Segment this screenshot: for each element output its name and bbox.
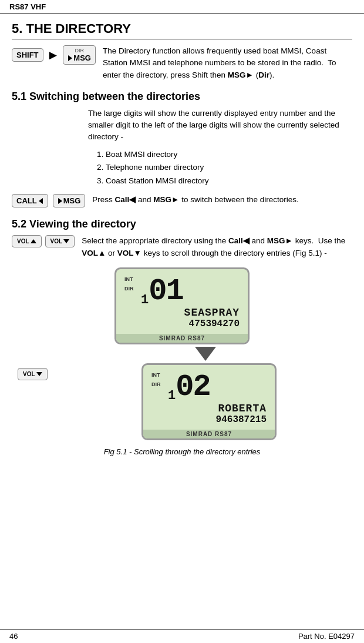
vol-down2-arrow-icon [36, 372, 42, 376]
vol-down-label: VOL [50, 238, 63, 245]
vol-down-button2[interactable]: VOL [18, 368, 48, 380]
section51-press-text: Press Call◀ and MSG► to switch between t… [92, 194, 352, 206]
display1-name: SEASPRAY [124, 307, 240, 319]
section51-heading: 5.1 Switching between the directories [12, 91, 352, 103]
display1-small-digit: 1 [141, 294, 149, 307]
section52-row: VOL VOL Select the appropriate directory… [12, 235, 352, 259]
section51: 5.1 Switching between the directories Th… [12, 91, 352, 208]
between-arrow-container [59, 347, 352, 361]
vol-down-display2-row: VOL INT DIR 1 [12, 363, 352, 440]
fig-caption: Fig 5.1 - Scrolling through the director… [12, 447, 352, 456]
section51-body: The large digits will show the currently… [88, 108, 352, 143]
vol-down2-label: VOL [23, 371, 35, 377]
section5-row: SHIFT ► DIR MSG The Directory fun [12, 45, 352, 81]
msg-button-5[interactable]: DIR MSG [63, 45, 96, 65]
page: RS87 VHF 5. THE DIRECTORY SHIFT ► DIR [0, 0, 364, 643]
header-title: RS87 VHF [9, 2, 46, 11]
shift-msg-group: SHIFT ► DIR MSG [12, 45, 96, 65]
list-item: Boat MMSI directory [106, 148, 352, 162]
call-label: CALL [16, 196, 43, 205]
display2-small-digit: 1 [168, 390, 176, 403]
section51-press-row: CALL MSG Press Call◀ and MS [12, 194, 352, 207]
section52-body-text: Select the appropriate directory using t… [82, 235, 352, 259]
msg-label-51: MSG [58, 196, 81, 205]
display2-brand: SIMRAD RS87 [143, 430, 275, 438]
list-item: Telephone number directory [106, 161, 352, 175]
list-item: Coast Station MMSI directory [106, 175, 352, 188]
footer: 46 Part No. E04297 [0, 629, 364, 643]
msg-arrow-icon [58, 198, 62, 204]
display1-brand: SIMRAD RS87 [116, 334, 248, 343]
down-arrow-icon [195, 347, 216, 361]
between-displays-row [12, 347, 352, 361]
vol-up-arrow-icon [31, 239, 36, 243]
section5-heading: 5. THE DIRECTORY [12, 21, 352, 39]
section5-buttons: SHIFT ► DIR MSG [12, 45, 96, 65]
msg-button-51[interactable]: MSG [53, 194, 86, 207]
display2-labels: INT DIR [151, 372, 168, 403]
msg-label: MSG [68, 53, 91, 62]
section52: 5.2 Viewing the directory VOL VOL [12, 218, 352, 456]
display2: INT DIR 1 02 ROBERTA 946387215 SIMRAD RS… [141, 363, 277, 440]
display1-dir-label: DIR [124, 286, 141, 292]
call-msg-group: CALL MSG [12, 194, 85, 207]
display1-number: 475394270 [124, 319, 240, 329]
display1-large-digits: 01 [149, 276, 183, 307]
display1-int-label: INT [124, 276, 141, 282]
display2-digits: 1 02 [168, 372, 267, 403]
section5-body: The Directory function allows frequently… [103, 46, 336, 79]
section5-text: The Directory function allows frequently… [103, 45, 352, 81]
display1-digits: 1 01 [141, 276, 240, 307]
vol-up-down-group: VOL VOL [12, 235, 75, 247]
section52-vol-buttons: VOL VOL [12, 235, 75, 247]
page-number: 46 [9, 632, 18, 641]
section52-body: Select the appropriate directory using t… [82, 236, 345, 257]
shift-button[interactable]: SHIFT [12, 48, 43, 62]
section51-list: Boat MMSI directory Telephone number dir… [106, 148, 352, 189]
arrow-right-icon: ► [47, 48, 60, 63]
vol-down-button[interactable]: VOL [45, 235, 75, 247]
section51-buttons: CALL MSG [12, 194, 85, 207]
part-number: Part No. E04297 [298, 632, 355, 641]
section5: 5. THE DIRECTORY SHIFT ► DIR MSG [12, 21, 352, 81]
header: RS87 VHF [0, 0, 364, 14]
display2-int-label: INT [151, 372, 168, 378]
vol-up-label: VOL [17, 238, 29, 245]
display2-large-digits: 02 [176, 372, 210, 403]
display1-top: INT DIR 1 01 [124, 276, 240, 307]
display1-labels: INT DIR [124, 276, 141, 307]
content: 5. THE DIRECTORY SHIFT ► DIR MSG [0, 14, 364, 480]
vol-up-button[interactable]: VOL [12, 235, 42, 247]
call-button[interactable]: CALL [12, 194, 48, 207]
shift-label: SHIFT [16, 51, 39, 59]
section51-press-body: Press Call◀ and MSG► to switch between t… [92, 195, 299, 204]
call-arrow-icon [39, 198, 43, 204]
dir-label: DIR [75, 48, 84, 53]
display1: INT DIR 1 01 SEASPRAY 475394270 SIMRAD R… [114, 267, 250, 344]
msg-arrow-icon [68, 55, 72, 61]
display1-container: INT DIR 1 01 SEASPRAY 475394270 SIMRAD R… [12, 267, 352, 344]
display2-dir-label: DIR [151, 381, 168, 387]
display2-top: INT DIR 1 02 [151, 372, 267, 403]
vol-down-button-container: VOL [12, 363, 59, 380]
display2-container: INT DIR 1 02 ROBERTA 946387215 SIMRAD RS… [66, 363, 352, 440]
section52-heading: 5.2 Viewing the directory [12, 218, 352, 230]
display2-name: ROBERTA [151, 403, 267, 414]
vol-down-arrow-icon [63, 239, 69, 243]
display2-number: 946387215 [151, 414, 267, 425]
